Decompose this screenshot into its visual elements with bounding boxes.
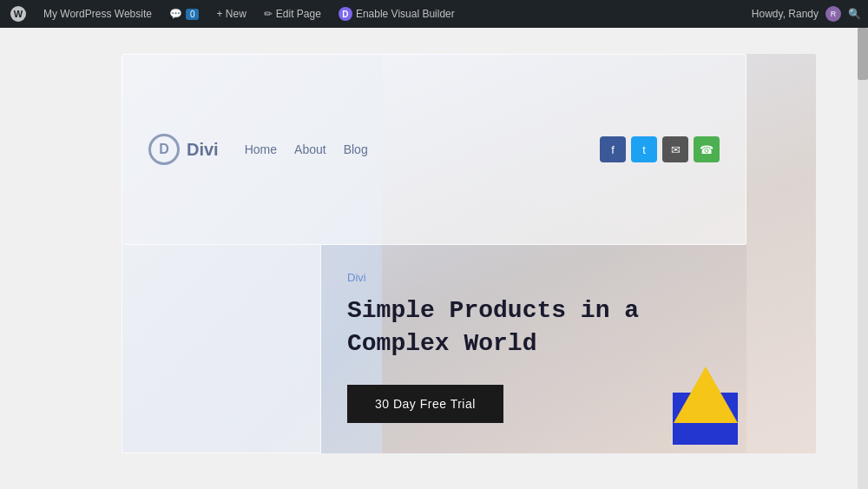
scrollbar[interactable]: [858, 28, 868, 489]
site-container: D Divi Home About Blog f t ✉: [122, 54, 746, 453]
page-content: D Divi Home About Blog f t ✉: [0, 28, 868, 489]
social-icons: f t ✉ ☎: [600, 136, 720, 162]
divi-brand: D Divi: [148, 134, 219, 165]
twitter-icon[interactable]: t: [631, 136, 657, 162]
header-left: D Divi Home About Blog: [148, 134, 368, 165]
divi-brand-icon: D: [148, 134, 180, 165]
visual-builder-label: Enable Visual Builder: [356, 8, 455, 20]
header-section: D Divi Home About Blog f t ✉: [122, 54, 746, 245]
site-name-button[interactable]: My WordPress Website: [40, 0, 155, 28]
email-icon[interactable]: ✉: [662, 136, 688, 162]
pencil-icon: ✏: [264, 8, 273, 20]
divi-icon: D: [339, 7, 352, 21]
comment-icon: 💬: [169, 8, 182, 20]
scrollbar-thumb[interactable]: [858, 28, 868, 80]
main-nav: Home About Blog: [245, 142, 368, 156]
hero-left-panel: [122, 245, 321, 453]
comments-count: 0: [186, 9, 200, 20]
enable-visual-builder-button[interactable]: D Enable Visual Builder: [335, 0, 458, 28]
howdy-label: Howdy, Randy: [752, 8, 819, 20]
site-name-label: My WordPress Website: [43, 8, 152, 20]
user-avatar: R: [825, 6, 841, 22]
wp-logo-button[interactable]: W: [7, 0, 30, 28]
comments-button[interactable]: 💬 0: [166, 0, 203, 28]
nav-blog[interactable]: Blog: [344, 142, 368, 156]
edit-page-label: Edit Page: [276, 8, 321, 20]
admin-bar-right: Howdy, Randy R 🔍: [752, 6, 861, 22]
hero-headline: Simple Products in aComplex World: [347, 294, 729, 360]
admin-bar: W My WordPress Website 💬 0 + New ✏ Edit …: [0, 0, 868, 28]
nav-about[interactable]: About: [294, 142, 326, 156]
hero-section: Divi Simple Products in aComplex World 3…: [122, 245, 746, 453]
nav-home[interactable]: Home: [245, 142, 277, 156]
brand-name: Divi: [187, 140, 219, 160]
edit-page-button[interactable]: ✏ Edit Page: [260, 0, 325, 28]
admin-bar-left: W My WordPress Website 💬 0 + New ✏ Edit …: [7, 0, 458, 28]
new-label: + New: [216, 8, 246, 20]
wp-logo-icon: W: [10, 6, 26, 22]
decorative-shapes: [673, 367, 738, 445]
new-button[interactable]: + New: [213, 0, 249, 28]
search-icon[interactable]: 🔍: [848, 8, 861, 20]
hero-tag: Divi: [347, 271, 729, 284]
facebook-icon[interactable]: f: [600, 136, 626, 162]
cta-button[interactable]: 30 Day Free Trial: [347, 385, 503, 423]
yellow-triangle-shape: [674, 367, 738, 423]
phone-icon[interactable]: ☎: [694, 136, 720, 162]
